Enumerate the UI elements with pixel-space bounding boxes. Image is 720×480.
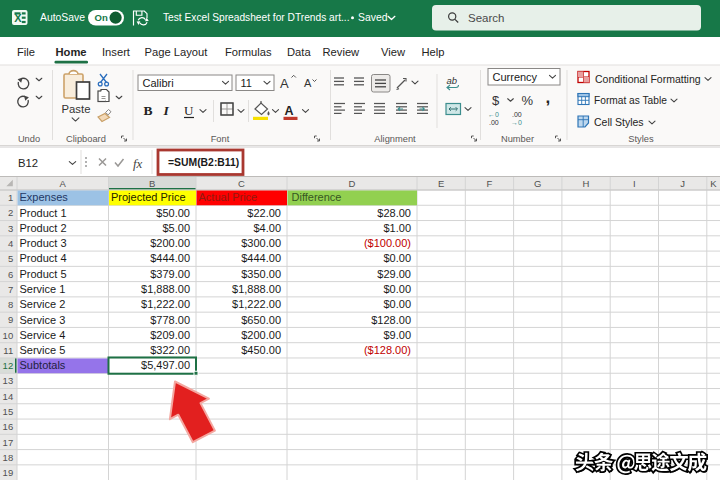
- svg-text:Product 2: Product 2: [20, 222, 67, 234]
- svg-text:$1,222.00: $1,222.00: [232, 298, 281, 310]
- svg-text:E: E: [438, 178, 444, 189]
- svg-text:Service 4: Service 4: [20, 329, 66, 341]
- svg-text:$0.00: $0.00: [383, 283, 411, 295]
- svg-text:,: ,: [546, 88, 551, 107]
- svg-text:$444.00: $444.00: [241, 252, 281, 264]
- svg-text:Product 4: Product 4: [20, 252, 67, 264]
- svg-text:H: H: [583, 178, 590, 189]
- svg-text:File: File: [17, 46, 35, 58]
- svg-text:$4.00: $4.00: [253, 222, 281, 234]
- svg-text:$200.00: $200.00: [150, 237, 190, 249]
- svg-text:11: 11: [241, 77, 252, 89]
- svg-text:Currency: Currency: [493, 71, 538, 83]
- svg-text:A: A: [304, 77, 312, 89]
- svg-text:Projected Price: Projected Price: [111, 191, 186, 203]
- svg-text:$5,497.00: $5,497.00: [141, 359, 190, 371]
- svg-text:$350.00: $350.00: [241, 268, 281, 280]
- svg-text:4: 4: [8, 238, 13, 249]
- svg-text:Product 5: Product 5: [20, 268, 67, 280]
- svg-text:On: On: [95, 12, 108, 23]
- svg-text:G: G: [534, 178, 541, 189]
- svg-text:12: 12: [3, 360, 14, 371]
- svg-text:Service 1: Service 1: [20, 283, 66, 295]
- svg-text:$444.00: $444.00: [150, 252, 190, 264]
- svg-text:15: 15: [3, 406, 14, 417]
- svg-text:$128.00: $128.00: [371, 314, 411, 326]
- svg-text:2: 2: [8, 207, 13, 218]
- svg-text:Conditional Formatting: Conditional Formatting: [595, 73, 701, 85]
- svg-text:Saved: Saved: [358, 12, 388, 23]
- svg-text:$: $: [492, 93, 500, 108]
- svg-text:Formulas: Formulas: [225, 46, 272, 58]
- svg-text:Calibri: Calibri: [143, 77, 174, 89]
- svg-text:.00: .00: [489, 119, 499, 126]
- svg-text:A: A: [280, 76, 289, 91]
- svg-text:Page Layout: Page Layout: [145, 46, 209, 58]
- svg-text:Clipboard: Clipboard: [66, 134, 106, 144]
- svg-text:I: I: [163, 103, 170, 118]
- svg-text:$22.00: $22.00: [247, 207, 281, 219]
- svg-text:Help: Help: [422, 46, 445, 58]
- svg-text:10: 10: [3, 330, 14, 341]
- svg-text:B: B: [149, 178, 155, 189]
- svg-text:($100.00): ($100.00): [364, 237, 411, 249]
- svg-text:$322.00: $322.00: [150, 344, 190, 356]
- svg-text:$300.00: $300.00: [241, 237, 281, 249]
- svg-text:Home: Home: [56, 46, 87, 58]
- svg-text:Insert: Insert: [102, 46, 131, 58]
- svg-text:$450.00: $450.00: [241, 344, 281, 356]
- svg-text:11: 11: [3, 345, 13, 356]
- svg-text:Format as Table: Format as Table: [594, 95, 667, 106]
- svg-text:$0.00: $0.00: [383, 252, 411, 264]
- svg-text:$209.00: $209.00: [150, 329, 190, 341]
- svg-text:Expenses: Expenses: [20, 191, 69, 203]
- svg-text:F: F: [487, 178, 493, 189]
- svg-text:18: 18: [3, 452, 14, 463]
- svg-text:View: View: [381, 46, 406, 58]
- svg-text:Service 2: Service 2: [20, 298, 66, 310]
- svg-text:3: 3: [8, 223, 13, 234]
- svg-text:Test Excel Spreadsheet for DTr: Test Excel Spreadsheet for DTrends art..…: [163, 12, 349, 23]
- svg-text:D: D: [349, 178, 356, 189]
- svg-text:$778.00: $778.00: [150, 314, 190, 326]
- svg-text:.00: .00: [512, 111, 522, 118]
- svg-text:Review: Review: [323, 46, 361, 58]
- svg-text:7: 7: [8, 284, 13, 295]
- svg-text:ab: ab: [447, 75, 458, 86]
- svg-text:($128.00): ($128.00): [364, 344, 411, 356]
- svg-text:$9.00: $9.00: [383, 329, 411, 341]
- svg-text:A: A: [285, 104, 294, 118]
- svg-text:Number: Number: [501, 134, 534, 144]
- svg-text:Undo: Undo: [18, 134, 40, 144]
- svg-text:U: U: [184, 103, 194, 118]
- svg-text:Search: Search: [468, 12, 504, 24]
- svg-text:19: 19: [3, 467, 14, 478]
- svg-text:Difference: Difference: [292, 191, 342, 203]
- svg-text:Cell Styles: Cell Styles: [594, 116, 644, 128]
- svg-text:Actual Price: Actual Price: [199, 191, 258, 203]
- svg-text:AutoSave: AutoSave: [40, 12, 85, 23]
- svg-text:K: K: [710, 178, 717, 189]
- svg-text:$1,888.00: $1,888.00: [232, 283, 281, 295]
- svg-text:$1.00: $1.00: [383, 222, 411, 234]
- svg-text:8: 8: [8, 299, 13, 310]
- svg-text:$5.00: $5.00: [162, 222, 190, 234]
- svg-text:$50.00: $50.00: [156, 207, 190, 219]
- svg-text:$1,888.00: $1,888.00: [141, 283, 190, 295]
- svg-text:16: 16: [3, 421, 14, 432]
- svg-text:%: %: [522, 93, 534, 108]
- svg-text:Product 1: Product 1: [20, 207, 67, 219]
- svg-text:Font: Font: [211, 134, 230, 144]
- svg-text:←0: ←0: [488, 111, 499, 118]
- svg-text:Service 3: Service 3: [20, 314, 66, 326]
- svg-text:13: 13: [3, 375, 14, 386]
- svg-text:Data: Data: [287, 46, 311, 58]
- svg-text:B: B: [144, 103, 153, 118]
- svg-text:B12: B12: [18, 157, 38, 169]
- svg-text:14: 14: [3, 391, 14, 402]
- svg-text:Service 5: Service 5: [20, 344, 66, 356]
- svg-text:$0.00: $0.00: [383, 298, 411, 310]
- svg-text:9: 9: [8, 314, 13, 325]
- svg-text:6: 6: [8, 269, 13, 280]
- svg-text:$28.00: $28.00: [377, 207, 411, 219]
